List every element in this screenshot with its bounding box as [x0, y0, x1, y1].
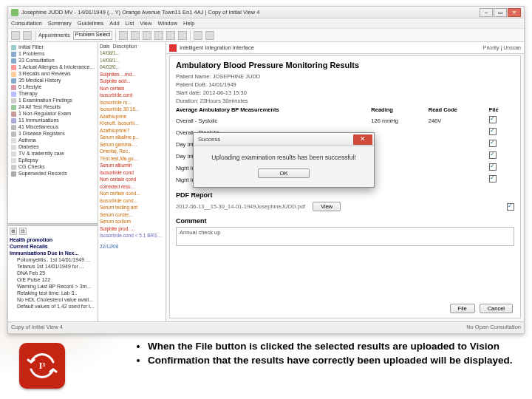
bp-item[interactable]: Default values of 1.42 used for t...	[10, 303, 96, 310]
bp-item[interactable]: Tetanus 1st 14/01/1949 for ...	[10, 263, 96, 270]
tool-icon[interactable]	[11, 31, 20, 40]
mhx-row[interactable]: Serum gamma-...	[100, 141, 164, 149]
tool-icon[interactable]	[178, 31, 187, 40]
mhx-row[interactable]: Serum albumin	[100, 162, 164, 169]
nav-item[interactable]: 1 Examination Findings	[10, 97, 96, 103]
mhx-row[interactable]: Isosorbide m...	[100, 99, 164, 106]
mhx-row[interactable]: isosorbide cond...	[100, 197, 164, 205]
tool-icon[interactable]	[166, 31, 175, 40]
window-title: Josephine JUDD MV - 14/01/1949 (... Y) O…	[21, 9, 477, 16]
nav-item[interactable]: 41 Miscellaneous	[10, 123, 96, 130]
mhx-row[interactable]: Serum alkaline p...	[100, 134, 164, 141]
file-checkbox[interactable]	[489, 151, 497, 159]
mhx-row[interactable]: Sulphite add...	[100, 78, 164, 85]
nav-item[interactable]: Therapy	[10, 90, 96, 97]
status-right: No Open Consultation	[466, 324, 521, 332]
expand-icon[interactable]: ⊕	[10, 228, 17, 235]
window-maximize-button[interactable]: ▭	[494, 8, 507, 17]
nav-item[interactable]: 0 Lifestyle	[10, 83, 96, 90]
mhx-row[interactable]: TEst test,Ma gu...	[100, 155, 164, 163]
mhx-row[interactable]: Non certain cond...	[100, 190, 164, 197]
window-close-button[interactable]: ✕	[508, 8, 521, 17]
mhx-row[interactable]: 14/08/1...	[100, 57, 164, 64]
mhx-row[interactable]: Azathioprine	[100, 113, 164, 120]
menu-item[interactable]: List	[126, 20, 134, 27]
nav-item[interactable]: 1 Non-Regulator Exam	[10, 110, 96, 117]
mhx-row[interactable]: Non certain cond	[100, 176, 164, 183]
nav-item[interactable]: Asthma	[10, 137, 96, 143]
menu-item[interactable]: View	[140, 20, 151, 27]
dialog-close-button[interactable]: ✕	[353, 134, 372, 145]
nav-item[interactable]: 1 Problems	[10, 50, 96, 57]
mhx-row[interactable]: corrected resu...	[100, 183, 164, 191]
nav-item[interactable]: 1 Disease Registers	[10, 130, 96, 137]
nav-item[interactable]: TV & maternity care	[10, 150, 96, 157]
mhx-row[interactable]: Isosorbide cond	[100, 169, 164, 177]
bp-category[interactable]: Health promotion	[10, 236, 96, 243]
mhx-row[interactable]: Non certain	[100, 85, 164, 92]
ok-button[interactable]: OK	[258, 168, 310, 178]
file-checkbox[interactable]	[489, 116, 497, 123]
comment-input[interactable]: Annual check up	[176, 227, 514, 246]
tool-icon[interactable]	[194, 31, 202, 40]
nav-item[interactable]: 33 Consultation	[10, 57, 96, 64]
tool-icon[interactable]	[119, 31, 128, 40]
nav-item[interactable]: Superseded Records	[10, 170, 96, 177]
toolbar-select[interactable]: Problem Select	[73, 31, 112, 40]
cancel-button[interactable]: Cancel	[480, 304, 513, 313]
bp-item[interactable]: Warning Last BP Record > 3m...	[10, 283, 96, 290]
menu-item[interactable]: Add	[109, 20, 119, 27]
mhx-row[interactable]: Isosorbide.cond < 5.1 BRSK.Lijch	[100, 232, 164, 239]
mhx-row[interactable]: isosorbide.cord	[100, 92, 164, 99]
mhx-row[interactable]: Oriental, Rec..	[100, 148, 164, 155]
bp-item[interactable]: DNA Feb 25	[10, 270, 96, 276]
bp-item[interactable]: No HDL Cholesterol value avail...	[10, 296, 96, 303]
nav-item[interactable]: Diabetes	[10, 143, 96, 150]
file-checkbox[interactable]	[489, 163, 497, 171]
menu-item[interactable]: Guidelines	[78, 20, 103, 27]
app-window: Josephine JUDD MV - 14/01/1949 (... Y) O…	[7, 6, 525, 334]
tool-icon[interactable]	[205, 31, 214, 40]
menu-item[interactable]: Help	[183, 20, 194, 27]
file-checkbox[interactable]	[489, 128, 497, 135]
mhx-row[interactable]: Sulphites ...md...	[100, 71, 164, 78]
nav-item[interactable]: 24 All Test Results	[10, 103, 96, 110]
file-checkbox[interactable]	[489, 140, 497, 147]
toolbar-label: Appointments	[38, 33, 70, 38]
mhx-row[interactable]: Serum corder...	[100, 211, 164, 219]
nav-item[interactable]: 3 Recalls and Reviews	[10, 70, 96, 77]
tool-icon[interactable]	[23, 31, 32, 40]
nav-item[interactable]: 35 Medical History	[10, 77, 96, 83]
mhx-col-date: Date	[100, 44, 110, 49]
collapse-icon[interactable]: ⊖	[19, 228, 27, 235]
mhx-row[interactable]: 14/08/1...	[100, 50, 164, 57]
window-minimize-button[interactable]: –	[480, 8, 493, 17]
mhx-row[interactable]: Serum testing ant	[100, 204, 164, 211]
nav-item[interactable]: Epilepsy	[10, 157, 96, 163]
view-button[interactable]: View	[313, 202, 341, 211]
bp-item[interactable]: Retaking test time: Lab 3..	[10, 290, 96, 296]
file-checkbox[interactable]	[507, 203, 514, 211]
menu-item[interactable]: Window	[157, 20, 177, 27]
bp-item[interactable]: O/E Pulse 122	[10, 276, 96, 283]
tool-icon[interactable]	[143, 31, 151, 40]
nav-item[interactable]: Initial Filter	[10, 44, 96, 50]
file-checkbox[interactable]	[489, 175, 497, 183]
mhx-row[interactable]: 04/02/0...	[100, 64, 164, 71]
menu-item[interactable]: Consultation	[11, 20, 42, 27]
bp-category[interactable]: Immunisations Due in Nex...	[10, 250, 96, 256]
tool-icon[interactable]	[154, 31, 163, 40]
mhx-row[interactable]: Azathioprine?	[100, 127, 164, 134]
nav-item[interactable]: CG Checks	[10, 163, 96, 170]
menu-item[interactable]: Summary	[48, 20, 72, 27]
file-button[interactable]: File	[450, 304, 475, 313]
mhx-row[interactable]: Serum sodium	[100, 218, 164, 225]
mhx-row[interactable]: Sulphite prod. ...	[100, 225, 164, 233]
bp-item[interactable]: Poliomyelitis.. 1st 14/01/1949 ...	[10, 256, 96, 263]
nav-item[interactable]: 1 Actual Allergies & Intolerances for	[10, 64, 96, 70]
mhx-row[interactable]: K/enoft. Isosorbi...	[100, 120, 164, 127]
bp-category[interactable]: Current Recalls	[10, 243, 96, 250]
nav-item[interactable]: 11 Immunisations	[10, 117, 96, 123]
mhx-row[interactable]: Isosorbide 30 16...	[100, 106, 164, 113]
tool-icon[interactable]	[131, 31, 140, 40]
